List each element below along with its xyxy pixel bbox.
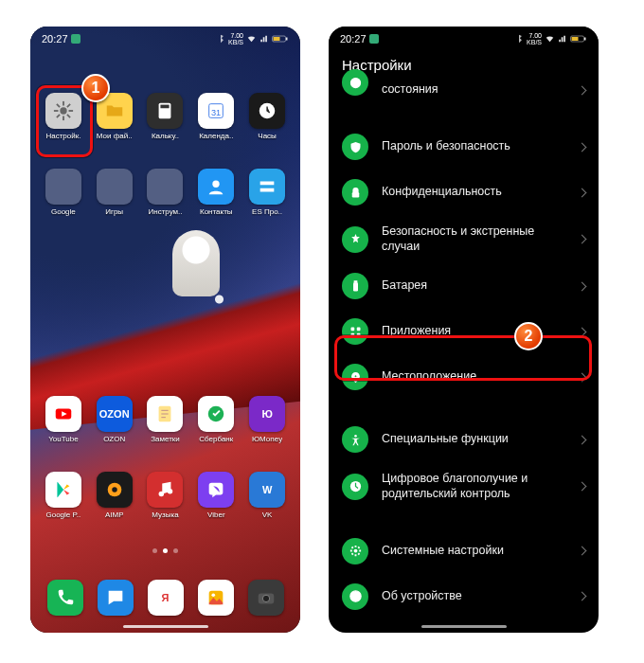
app-aimp[interactable]: AIMP: [89, 472, 140, 519]
gallery-icon[interactable]: [198, 580, 234, 616]
games-folder-icon[interactable]: [97, 169, 133, 205]
settings-row-label: Специальные функции: [382, 432, 565, 447]
status-bar: 20:27 7.00KB/S: [329, 27, 599, 51]
phone-icon[interactable]: [47, 580, 83, 616]
home-indicator[interactable]: [421, 625, 507, 628]
wifi-icon: [246, 34, 257, 44]
calendar-icon[interactable]: 31: [198, 93, 234, 129]
phone-settings-screen: 20:27 7.00KB/S Настройки состоянияПароль…: [329, 27, 599, 633]
settings-row-special[interactable]: Специальные функции: [329, 417, 599, 462]
app-row-3: YouTubeOZONOZONЗаметкиСбербанкЮЮMoney: [30, 396, 300, 443]
status-bar: 20:27 7.00KB/S: [30, 27, 300, 51]
app-label: Часы: [258, 132, 277, 140]
phone-home-screen: 20:27 7.00KB/S Настройк.Мои фай..Кальку.…: [30, 27, 300, 633]
app-contacts[interactable]: Контакты: [190, 169, 242, 216]
vk-icon[interactable]: W: [249, 472, 285, 508]
page-dots[interactable]: [30, 548, 300, 553]
settings-row-password[interactable]: Пароль и безопасность: [329, 124, 599, 170]
status-speed: 7.00KB/S: [527, 32, 542, 45]
status-speed: 7.00KB/S: [228, 32, 243, 45]
app-music[interactable]: Музыка: [140, 472, 191, 519]
clock-icon[interactable]: [249, 93, 285, 129]
app-viber[interactable]: Viber: [190, 472, 242, 519]
settings-row-privacy[interactable]: Конфиденциальность: [329, 170, 599, 215]
app-label: Google P..: [46, 511, 81, 519]
contacts-icon[interactable]: [198, 169, 234, 205]
app-games-folder[interactable]: Игры: [89, 169, 140, 216]
notes-icon[interactable]: [147, 396, 183, 432]
app-youtube[interactable]: YouTube: [38, 396, 89, 443]
signal-icon: [558, 34, 567, 44]
app-yoomoney[interactable]: ЮЮMoney: [242, 396, 293, 443]
google-folder-icon[interactable]: [45, 169, 81, 205]
wellbeing-icon: [342, 474, 368, 500]
star-icon: [342, 226, 368, 253]
home-indicator[interactable]: [123, 625, 208, 628]
settings-row-about[interactable]: Об устройстве: [329, 574, 599, 619]
svg-rect-32: [584, 38, 586, 41]
app-camera[interactable]: [248, 580, 284, 616]
app-phone[interactable]: [47, 580, 83, 616]
app-label: Мои фай..: [97, 132, 133, 140]
svg-point-29: [262, 595, 269, 601]
calculator-icon[interactable]: [147, 93, 183, 129]
app-clock[interactable]: Часы: [242, 93, 293, 140]
app-label: Заметки: [151, 435, 180, 443]
svg-rect-14: [161, 105, 170, 109]
music-icon[interactable]: [147, 472, 183, 508]
aimp-icon[interactable]: [97, 472, 133, 508]
svg-rect-38: [350, 327, 354, 331]
app-sberbank[interactable]: Сбербанк: [190, 396, 242, 443]
svg-point-23: [112, 487, 117, 493]
app-calendar[interactable]: 31Календа..: [190, 93, 242, 140]
ozon-icon[interactable]: OZON: [97, 396, 133, 432]
app-gallery[interactable]: [198, 580, 234, 616]
app-ozon[interactable]: OZONOZON: [89, 396, 140, 443]
yoomoney-icon[interactable]: Ю: [249, 396, 285, 432]
chevron-right-icon: [578, 435, 587, 444]
dock: Я: [30, 580, 300, 616]
camera-icon[interactable]: [248, 580, 284, 616]
app-label: ЮMoney: [252, 435, 282, 443]
settings-row-label: Цифровое благополучие и родительский кон…: [382, 472, 565, 501]
step-badge-2: 2: [514, 322, 543, 350]
settings-row-wellbeing[interactable]: Цифровое благополучие и родительский кон…: [329, 462, 599, 511]
app-es-explorer[interactable]: ES Про..: [242, 169, 293, 216]
svg-rect-33: [572, 37, 579, 41]
settings-row-status[interactable]: состояния: [329, 82, 599, 107]
svg-rect-30: [369, 34, 379, 44]
app-label: Кальку..: [152, 132, 179, 140]
google-play-icon[interactable]: [45, 472, 81, 508]
svg-point-43: [354, 435, 357, 438]
svg-text:31: 31: [211, 108, 221, 117]
app-calculator[interactable]: Кальку..: [140, 93, 191, 140]
yandex-icon[interactable]: Я: [148, 580, 184, 616]
app-tools-folder[interactable]: Инструм..: [140, 169, 191, 216]
chevron-right-icon: [578, 592, 587, 601]
youtube-icon[interactable]: [45, 396, 81, 432]
highlight-apps-row: [334, 335, 592, 381]
settings-row-label: Батарея: [382, 278, 565, 294]
viber-icon[interactable]: [198, 472, 234, 508]
sberbank-icon[interactable]: [198, 396, 234, 432]
messages-icon[interactable]: [98, 580, 134, 616]
chevron-right-icon: [578, 482, 587, 492]
app-vk[interactable]: WVK: [242, 472, 293, 519]
app-notes[interactable]: Заметки: [140, 396, 191, 443]
settings-row-label: Безопасность и экстренные случаи: [382, 224, 565, 254]
tools-folder-icon[interactable]: [147, 169, 183, 205]
app-yandex[interactable]: Я: [148, 580, 184, 616]
app-messages[interactable]: [98, 580, 134, 616]
app-google-play[interactable]: Google P..: [38, 472, 89, 519]
settings-row-label: состояния: [382, 82, 565, 98]
settings-row-system[interactable]: Системные настройки: [329, 529, 599, 574]
svg-point-24: [159, 492, 165, 497]
settings-row-label: Системные настройки: [382, 544, 565, 559]
settings-row-battery[interactable]: Батарея: [329, 263, 599, 309]
app-google-folder[interactable]: Google: [38, 169, 89, 216]
settings-row-emergency[interactable]: Безопасность и экстренные случаи: [329, 215, 599, 263]
info-icon: [342, 583, 368, 610]
svg-point-18: [213, 181, 220, 188]
es-explorer-icon[interactable]: [249, 169, 285, 205]
status-time: 20:27: [42, 33, 68, 45]
